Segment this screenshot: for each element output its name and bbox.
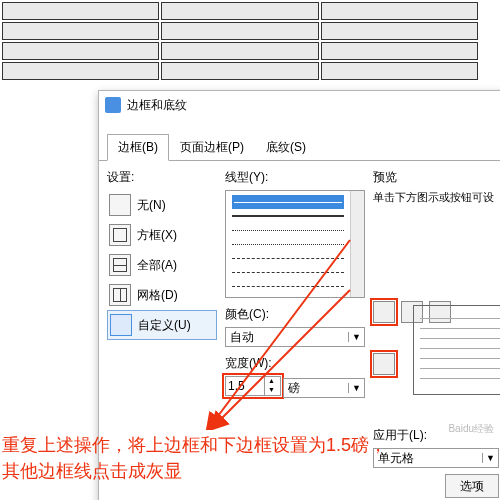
watermark: Baidu经验 (448, 422, 494, 436)
preset-custom[interactable]: 自定义(U) (107, 310, 217, 340)
preset-custom-icon (110, 314, 132, 336)
width-label: 宽度(W): (225, 355, 365, 372)
settings-label: 设置: (107, 169, 217, 186)
chevron-down-icon: ▼ (348, 332, 364, 342)
color-label: 颜色(C): (225, 306, 365, 323)
preview-hint: 单击下方图示或按钮可设 (373, 190, 499, 205)
scrollbar[interactable] (350, 191, 364, 297)
tab-borders[interactable]: 边框(B) (107, 134, 169, 161)
chevron-down-icon: ▼ (482, 453, 498, 463)
preset-box[interactable]: 方框(X) (107, 220, 217, 250)
preview-cell[interactable] (413, 305, 500, 395)
preview-label: 预览 (373, 169, 499, 186)
tab-page-borders[interactable]: 页面边框(P) (169, 134, 255, 161)
color-combo[interactable]: 自动 ▼ (225, 327, 365, 347)
apply-to-combo[interactable]: 单元格 ▼ (373, 448, 499, 468)
annotation-text: 重复上述操作，将上边框和下边框设置为1.5磅， 其他边框线点击成灰显 (0, 432, 387, 484)
line-style-list[interactable] (225, 190, 365, 298)
chevron-down-icon: ▼ (348, 383, 364, 393)
dialog-title: 边框和底纹 (127, 97, 187, 114)
preset-none[interactable]: 无(N) (107, 190, 217, 220)
spin-down-icon[interactable]: ▼ (264, 386, 278, 395)
preset-grid-icon (109, 284, 131, 306)
width-input[interactable] (226, 377, 264, 395)
tab-strip: 边框(B) 页面边框(P) 底纹(S) (99, 133, 500, 161)
preset-all[interactable]: 全部(A) (107, 250, 217, 280)
tab-shading[interactable]: 底纹(S) (255, 134, 317, 161)
style-label: 线型(Y): (225, 169, 365, 186)
preset-none-icon (109, 194, 131, 216)
sheet-table (0, 0, 480, 82)
border-top-button[interactable] (373, 301, 395, 323)
width-spinner[interactable]: ▲▼ (225, 376, 281, 396)
border-bottom-button[interactable] (373, 353, 395, 375)
spin-up-icon[interactable]: ▲ (264, 377, 278, 386)
preset-grid[interactable]: 网格(D) (107, 280, 217, 310)
dialog-titlebar[interactable]: 边框和底纹 (99, 91, 500, 119)
preset-all-icon (109, 254, 131, 276)
preset-box-icon (109, 224, 131, 246)
width-unit-combo[interactable]: 磅 ▼ (283, 378, 365, 398)
options-button[interactable]: 选项 (445, 474, 499, 498)
app-icon (105, 97, 121, 113)
